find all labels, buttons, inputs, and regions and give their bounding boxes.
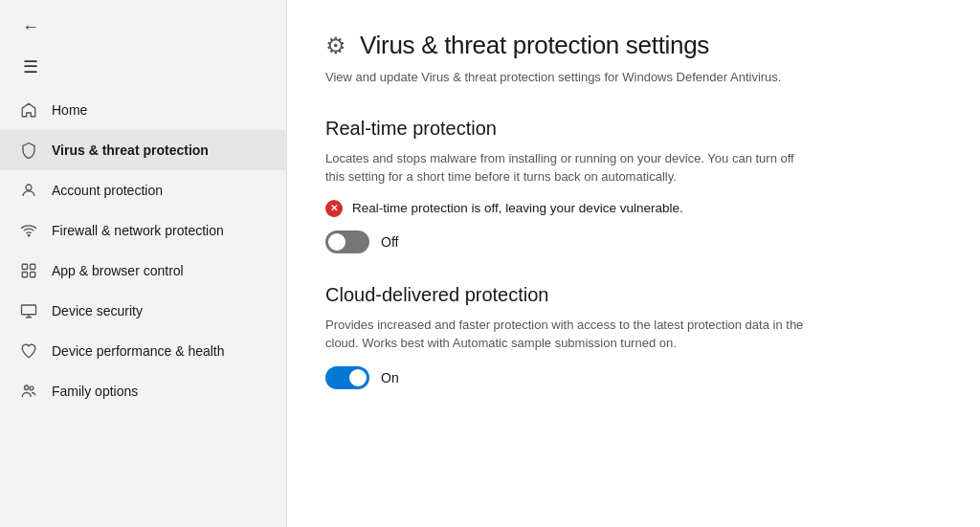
home-icon: [19, 100, 38, 120]
hamburger-button[interactable]: ☰: [15, 52, 46, 82]
computer-icon: [19, 301, 38, 320]
cloud-toggle-slider: [325, 366, 369, 389]
cloud-toggle[interactable]: [325, 366, 369, 389]
svg-rect-6: [22, 305, 36, 315]
page-subtitle: View and update Virus & threat protectio…: [325, 68, 804, 87]
main-content: ⚙ Virus & threat protection settings Vie…: [287, 0, 980, 527]
svg-point-0: [26, 185, 32, 190]
realtime-toggle-slider: [325, 231, 369, 253]
cloud-section-desc: Provides increased and faster protection…: [325, 316, 804, 353]
sidebar-item-label: Device security: [52, 303, 143, 318]
svg-point-1: [28, 235, 30, 237]
realtime-section-desc: Locates and stops malware from installin…: [325, 149, 804, 187]
sidebar-item-account[interactable]: Account protection: [0, 170, 286, 210]
sidebar-item-device-security[interactable]: Device security: [0, 291, 286, 331]
back-button[interactable]: ←: [15, 11, 46, 42]
sidebar-item-label: Home: [52, 102, 87, 118]
sidebar-item-device-health[interactable]: Device performance & health: [0, 331, 286, 371]
cloud-toggle-label: On: [381, 370, 399, 385]
realtime-section-title: Real-time protection: [325, 118, 942, 140]
family-icon: [19, 382, 38, 401]
svg-rect-3: [31, 264, 35, 269]
svg-point-7: [25, 385, 30, 390]
realtime-toggle-row: Off: [325, 231, 942, 253]
sidebar-top-controls: ← ☰: [0, 0, 286, 90]
sidebar-item-app-browser[interactable]: App & browser control: [0, 251, 286, 291]
sidebar-item-family[interactable]: Family options: [0, 371, 286, 411]
cloud-toggle-row: On: [325, 366, 942, 389]
sidebar-item-label: App & browser control: [52, 263, 184, 278]
wifi-icon: [19, 221, 38, 240]
sidebar: ← ☰ Home Virus & threat protection Accou…: [0, 0, 287, 527]
realtime-toggle-label: Off: [381, 234, 398, 250]
realtime-warning-row: Real-time protection is off, leaving you…: [325, 200, 942, 217]
svg-rect-5: [31, 273, 35, 277]
svg-point-8: [30, 386, 33, 390]
sidebar-item-label: Family options: [52, 384, 138, 399]
page-title: Virus & threat protection settings: [360, 31, 709, 60]
heart-icon: [19, 341, 38, 361]
shield-icon: [19, 141, 38, 160]
realtime-toggle[interactable]: [325, 231, 369, 253]
sidebar-item-virus[interactable]: Virus & threat protection: [0, 130, 286, 170]
sidebar-item-label: Device performance & health: [52, 343, 225, 359]
app-icon: [19, 261, 38, 280]
cloud-section-title: Cloud-delivered protection: [325, 284, 942, 306]
svg-rect-2: [22, 264, 27, 269]
sidebar-item-label: Virus & threat protection: [52, 143, 209, 158]
sidebar-item-label: Firewall & network protection: [52, 223, 224, 238]
sidebar-item-label: Account protection: [52, 183, 163, 198]
sidebar-item-firewall[interactable]: Firewall & network protection: [0, 210, 286, 251]
sidebar-item-home[interactable]: Home: [0, 90, 286, 130]
person-icon: [19, 181, 38, 200]
gear-icon: ⚙: [325, 33, 346, 59]
realtime-warning-text: Real-time protection is off, leaving you…: [352, 201, 683, 215]
error-icon: [325, 200, 343, 217]
page-header: ⚙ Virus & threat protection settings: [325, 31, 942, 60]
svg-rect-4: [22, 273, 27, 277]
